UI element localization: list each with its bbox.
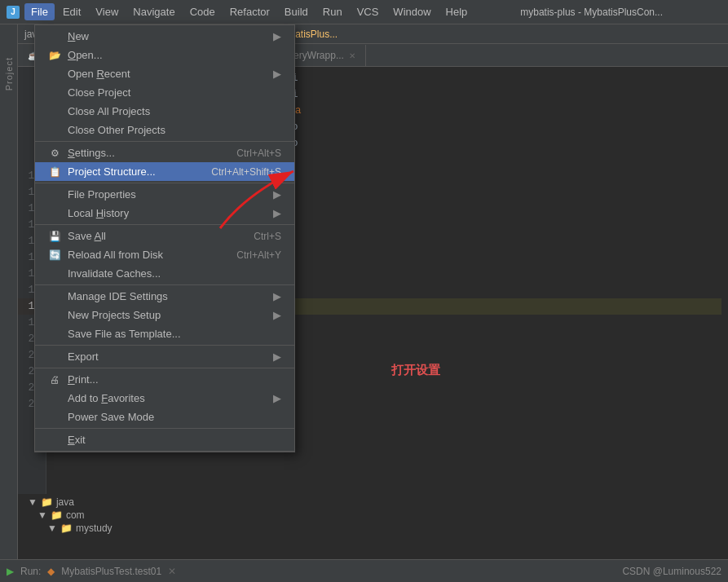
settings-label: Settings... <box>68 147 230 159</box>
settings-shortcut: Ctrl+Alt+S <box>236 148 281 159</box>
run-label: Run: <box>20 566 41 577</box>
reload-shortcut: Ctrl+Alt+Y <box>236 249 281 261</box>
power-save-label: Power Save Mode <box>68 411 281 423</box>
menu-item-exit[interactable]: Exit <box>35 430 294 449</box>
menu-window[interactable]: Window <box>386 3 437 20</box>
menu-item-save-template[interactable]: Save File as Template... <box>35 324 294 343</box>
csdn-credit: CSDN @Luminous522 <box>622 566 721 577</box>
app-icon: J <box>7 6 20 19</box>
run-close[interactable]: ✕ <box>168 566 176 577</box>
reload-label: Reload All from Disk <box>68 249 230 261</box>
menu-view[interactable]: View <box>89 3 125 20</box>
menu-item-close-all[interactable]: Close All Projects <box>35 102 294 121</box>
folder-icon-mystudy: 📁 <box>60 522 73 534</box>
menu-item-new-projects[interactable]: New Projects Setup ▶ <box>35 306 294 324</box>
project-struct-icon: 📋 <box>48 166 61 178</box>
save-icon: 💾 <box>48 231 61 242</box>
manage-ide-label: Manage IDE Settings <box>68 290 263 302</box>
tab-querywrapp-close[interactable]: ✕ <box>349 51 355 60</box>
menu-navigate[interactable]: Navigate <box>126 3 181 20</box>
local-history-label: Local History <box>68 207 263 219</box>
save-template-label: Save File as Template... <box>68 328 281 340</box>
menu-item-open-recent[interactable]: Open Recent ▶ <box>35 64 294 83</box>
menu-build[interactable]: Build <box>278 3 315 20</box>
manage-ide-arrow: ▶ <box>273 290 281 302</box>
menu-item-project-structure[interactable]: 📋 Project Structure... Ctrl+Alt+Shift+S <box>35 162 294 181</box>
invalidate-label: Invalidate Caches... <box>68 267 281 280</box>
run-icon-2: ◆ <box>47 566 55 577</box>
menu-vcs[interactable]: VCS <box>351 3 386 20</box>
menu-section-8: Exit <box>35 429 294 452</box>
menu-item-manage-ide[interactable]: Manage IDE Settings ▶ <box>35 287 294 306</box>
save-all-label: Save All <box>68 230 247 242</box>
menu-section-3: File Properties ▶ Local History ▶ <box>35 183 294 225</box>
menu-item-close-project[interactable]: Close Project <box>35 83 294 102</box>
menu-item-settings[interactable]: ⚙ Settings... Ctrl+Alt+S <box>35 143 294 162</box>
menu-item-print[interactable]: 🖨 Print... <box>35 370 294 389</box>
menu-item-power-save[interactable]: Power Save Mode <box>35 408 294 426</box>
open-label: Open... <box>68 49 281 61</box>
run-item: MybatisPlusTest.test01 <box>61 566 161 577</box>
menu-item-local-history[interactable]: Local History ▶ <box>35 204 294 223</box>
new-projects-arrow: ▶ <box>273 309 281 321</box>
new-projects-label: New Projects Setup <box>68 309 263 321</box>
export-label: Export <box>68 351 263 363</box>
menu-item-export[interactable]: Export ▶ <box>35 347 294 366</box>
menu-item-save-all[interactable]: 💾 Save All Ctrl+S <box>35 227 294 245</box>
tree-item-java: ▼ 📁 java <box>18 496 148 509</box>
file-tree: ▼ 📁 java ▼ 📁 com ▼ 📁 mystudy <box>18 494 148 559</box>
menu-item-reload[interactable]: 🔄 Reload All from Disk Ctrl+Alt+Y <box>35 245 294 264</box>
new-arrow: ▶ <box>273 30 281 42</box>
open-settings-annotation: 打开设置 <box>391 363 440 378</box>
favorites-label: Add to Favorites <box>68 392 263 404</box>
menu-item-favorites[interactable]: Add to Favorites ▶ <box>35 389 294 408</box>
menu-item-invalidate[interactable]: Invalidate Caches... <box>35 264 294 283</box>
menu-edit[interactable]: Edit <box>56 3 87 20</box>
open-icon: 📂 <box>48 50 61 61</box>
project-strip: Project <box>0 24 18 559</box>
bottom-bar: ▶ Run: ◆ MybatisPlusTest.test01 ✕ CSDN @… <box>0 559 728 582</box>
menu-item-new[interactable]: New ▶ <box>35 27 294 46</box>
file-properties-label: File Properties <box>68 188 263 201</box>
run-icon: ▶ <box>7 566 14 577</box>
menu-item-close-other[interactable]: Close Other Projects <box>35 121 294 139</box>
title-bar: J File Edit View Navigate Code Refactor … <box>0 0 728 24</box>
file-menu: New ▶ 📂 Open... Open Recent ▶ Close Proj… <box>34 24 295 452</box>
folder-icon-com: 📁 <box>51 509 63 521</box>
tree-item-mystudy: ▼ 📁 mystudy <box>18 522 148 535</box>
recent-arrow: ▶ <box>273 68 281 80</box>
exit-label: Exit <box>68 434 281 446</box>
menu-section-1: New ▶ 📂 Open... Open Recent ▶ Close Proj… <box>35 25 294 142</box>
menu-help[interactable]: Help <box>439 3 474 20</box>
local-hist-arrow: ▶ <box>273 207 281 219</box>
project-label: Project <box>4 57 14 90</box>
menu-section-5: Manage IDE Settings ▶ New Projects Setup… <box>35 285 294 346</box>
new-label: New <box>68 30 263 42</box>
menu-run[interactable]: Run <box>316 3 349 20</box>
close-all-label: Close All Projects <box>68 105 281 117</box>
tree-label-mystudy: mystudy <box>76 522 113 534</box>
menu-refactor[interactable]: Refactor <box>223 3 276 20</box>
project-structure-label: Project Structure... <box>68 165 205 178</box>
tree-label-java: java <box>56 496 74 508</box>
menu-section-4: 💾 Save All Ctrl+S 🔄 Reload All from Disk… <box>35 225 294 285</box>
tree-label-com: com <box>66 509 85 521</box>
menu-section-2: ⚙ Settings... Ctrl+Alt+S 📋 Project Struc… <box>35 142 294 183</box>
save-shortcut: Ctrl+S <box>254 231 281 242</box>
tree-item-com: ▼ 📁 com <box>18 509 148 522</box>
open-recent-label: Open Recent <box>68 68 263 80</box>
menu-file[interactable]: File <box>24 3 55 20</box>
reload-icon: 🔄 <box>48 249 61 261</box>
menu-section-7: 🖨 Print... Add to Favorites ▶ Power Save… <box>35 368 294 429</box>
close-other-label: Close Other Projects <box>68 124 281 136</box>
menu-item-open[interactable]: 📂 Open... <box>35 46 294 64</box>
menu-code[interactable]: Code <box>183 3 222 20</box>
project-structure-shortcut: Ctrl+Alt+Shift+S <box>211 166 281 178</box>
close-project-label: Close Project <box>68 86 281 99</box>
export-arrow: ▶ <box>273 351 281 363</box>
print-icon: 🖨 <box>48 374 61 386</box>
settings-icon: ⚙ <box>48 148 61 159</box>
window-title: mybatis-plus - MybatisPlusCon... <box>520 7 663 18</box>
menu-section-6: Export ▶ <box>35 346 294 368</box>
menu-item-file-properties[interactable]: File Properties ▶ <box>35 185 294 204</box>
